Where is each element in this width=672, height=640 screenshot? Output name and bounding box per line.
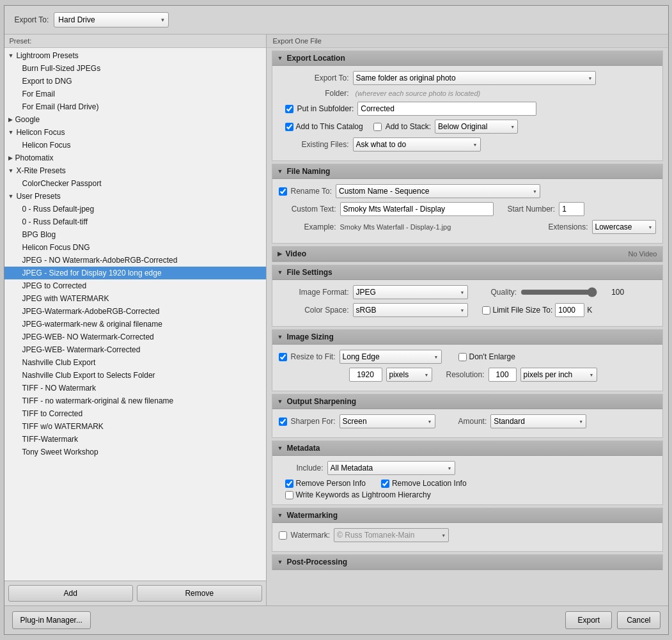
watermark-select[interactable]: © Russ Tomanek-Main (334, 528, 449, 542)
preset-item[interactable]: 0 - Russ Default-jpeg (4, 203, 266, 215)
preset-item[interactable]: TIFF-Watermark (4, 433, 266, 446)
sharpen-for-checkbox[interactable] (279, 418, 287, 426)
cancel-button[interactable]: Cancel (617, 611, 660, 629)
resize-to-fit-checkbox[interactable] (279, 353, 287, 361)
custom-text-row: Custom Text: Start Number: (279, 202, 656, 216)
remove-location-checkbox[interactable] (381, 480, 389, 488)
resolution-input[interactable] (488, 368, 517, 382)
export-to-row: Export To: Same folder as original photo (279, 71, 656, 85)
triangle-icon: ▶ (8, 116, 13, 123)
output-sharpening-header[interactable]: ▼ Output Sharpening (272, 394, 662, 409)
plugin-manager-button[interactable]: Plug-in Manager... (12, 611, 91, 629)
image-sizing-header[interactable]: ▼ Image Sizing (272, 330, 662, 345)
limit-file-size-area: Limit File Size To: K (482, 303, 593, 317)
preset-item[interactable]: Tony Sweet Workshop (4, 446, 266, 458)
color-space-select[interactable]: sRGB (353, 303, 468, 317)
preset-item[interactable]: JPEG-Watermark-AdobeRGB-Corrected (4, 305, 266, 318)
pixels-unit-select[interactable]: pixels (386, 368, 432, 382)
start-number-input[interactable] (559, 202, 584, 216)
preset-list: ▼ Lightroom Presets Burn Full-Sized JPEG… (4, 48, 266, 581)
export-to-select[interactable]: Same folder as original photo (353, 71, 596, 85)
export-to-top-select[interactable]: Hard Drive (54, 12, 169, 27)
add-to-catalog-check: Add to This Catalog (285, 122, 363, 131)
preset-item[interactable]: Helicon Focus DNG (4, 241, 266, 254)
remove-preset-button[interactable]: Remove (137, 585, 262, 602)
preset-item-selected[interactable]: JPEG - Sized for Display 1920 long edge (4, 267, 266, 279)
amount-label: Amount: (458, 417, 487, 426)
group-user-presets[interactable]: ▼ User Presets (4, 190, 266, 203)
group-google[interactable]: ▶ Google (4, 113, 266, 126)
preset-item[interactable]: For Email (Hard Drive) (4, 100, 266, 113)
sharpen-for-select[interactable]: Screen (340, 414, 435, 428)
section-triangle-icon: ▼ (277, 512, 283, 519)
image-format-row: Image Format: JPEG Quality: 100 (279, 285, 656, 299)
preset-item[interactable]: TIFF - no watermark-original & new filen… (4, 394, 266, 407)
export-button[interactable]: Export (565, 611, 612, 629)
preset-item[interactable]: JPEG to Corrected (4, 279, 266, 292)
preset-item[interactable]: TIFF to Corrected (4, 407, 266, 420)
preset-item[interactable]: JPEG-WEB- Watermark-Corrected (4, 343, 266, 356)
video-header[interactable]: ▶ Video No Video (272, 247, 662, 261)
amount-select[interactable]: Standard (490, 414, 586, 428)
preset-item[interactable]: For Email (4, 88, 266, 100)
metadata-title: Metadata (286, 444, 320, 453)
export-to-top-label: Export To: (15, 15, 49, 24)
preset-item[interactable]: JPEG-WEB- NO Watermark-Corrected (4, 331, 266, 343)
preset-item[interactable]: TIFF - NO Watermark (4, 382, 266, 394)
remove-person-checkbox[interactable] (285, 480, 293, 488)
preset-item[interactable]: Burn Full-Sized JPEGs (4, 62, 266, 75)
group-xrite[interactable]: ▼ X-Rite Presets (4, 164, 266, 177)
quality-slider[interactable] (520, 288, 597, 297)
preset-item[interactable]: Export to DNG (4, 75, 266, 88)
triangle-icon: ▶ (8, 155, 13, 161)
image-format-select[interactable]: JPEG (353, 285, 468, 299)
resolution-unit-select[interactable]: pixels per inch (520, 368, 597, 382)
section-triangle-icon: ▼ (277, 445, 283, 451)
preset-item[interactable]: BPG Blog (4, 228, 266, 241)
rename-to-select[interactable]: Custom Name - Sequence (336, 184, 540, 198)
custom-text-input[interactable] (340, 202, 494, 216)
extensions-select[interactable]: Lowercase Uppercase (592, 220, 656, 234)
group-helicon-focus[interactable]: ▼ Helicon Focus (4, 126, 266, 139)
dont-enlarge-checkbox[interactable] (458, 353, 467, 361)
preset-item[interactable]: Helicon Focus (4, 139, 266, 152)
rename-to-checkbox[interactable] (279, 187, 287, 196)
preset-item[interactable]: TIFF w/o WATERMARK (4, 420, 266, 433)
metadata-header[interactable]: ▼ Metadata (272, 441, 662, 456)
export-location-header[interactable]: ▼ Export Location (272, 51, 662, 66)
output-sharpening-section: ▼ Output Sharpening Sharpen For: Screen (272, 394, 663, 438)
group-lightroom-presets[interactable]: ▼ Lightroom Presets (4, 49, 266, 62)
subfolder-input[interactable] (357, 102, 536, 116)
watermarking-header[interactable]: ▼ Watermarking (272, 508, 662, 523)
add-preset-button[interactable]: Add (8, 585, 134, 602)
pixels-input[interactable] (349, 368, 382, 382)
preset-item[interactable]: Nashville Club Export to Selects Folder (4, 369, 266, 382)
below-original-select[interactable]: Below Original (435, 120, 518, 134)
post-processing-header[interactable]: ▼ Post-Processing (272, 555, 662, 570)
limit-file-size-checkbox[interactable] (482, 306, 490, 315)
add-to-catalog-checkbox[interactable] (285, 123, 293, 131)
resize-to-fit-select[interactable]: Long Edge (340, 350, 442, 364)
watermark-select-wrap: © Russ Tomanek-Main (334, 528, 449, 542)
put-in-subfolder-checkbox[interactable] (285, 105, 293, 113)
add-to-stack-checkbox[interactable] (373, 123, 382, 131)
preset-item[interactable]: JPEG - NO Watermark-AdobeRGB-Corrected (4, 254, 266, 267)
write-keywords-checkbox[interactable] (285, 491, 293, 499)
preset-item[interactable]: Nashville Club Export (4, 356, 266, 369)
export-location-title: Export Location (286, 54, 345, 63)
include-select[interactable]: All Metadata (327, 461, 455, 475)
existing-files-select[interactable]: Ask what to do (353, 137, 481, 152)
catalog-row: Add to This Catalog Add to Stack: Below … (285, 120, 656, 134)
limit-file-size-input[interactable] (555, 303, 584, 317)
preset-item[interactable]: 0 - Russ Default-tiff (4, 215, 266, 228)
triangle-icon: ▼ (8, 129, 14, 136)
preset-item[interactable]: ColorChecker Passport (4, 177, 266, 190)
preset-item[interactable]: JPEG-watermark-new & original filename (4, 318, 266, 331)
file-settings-header[interactable]: ▼ File Settings (272, 265, 662, 280)
preset-item[interactable]: JPEG with WATERMARK (4, 292, 266, 305)
file-naming-section: ▼ File Naming Rename To: Custom Name - S… (272, 164, 663, 244)
file-naming-header[interactable]: ▼ File Naming (272, 164, 662, 179)
image-sizing-section: ▼ Image Sizing Resize to Fit: Long Edge (272, 329, 663, 391)
watermark-checkbox[interactable] (279, 531, 287, 540)
group-photomatix[interactable]: ▶ Photomatix (4, 152, 266, 164)
